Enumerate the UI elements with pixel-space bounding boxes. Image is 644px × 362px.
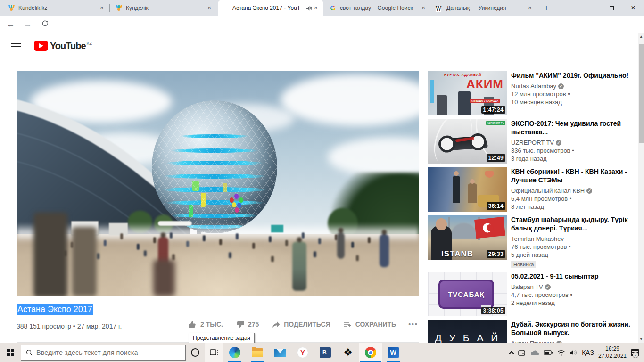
video-duration: 3:38:05 [481,307,505,314]
recommended-videos: НУРТАС АДАМБАЙ АКИМ КИНОДА 7 КАРАША 1:47… [428,71,636,343]
screen-capture-icon[interactable] [518,349,526,356]
browser-toolbar: ← → youtube.com/watch?v=0RVI5KBex8A ☆ ⋮ [0,16,644,33]
window-minimize-button[interactable] [579,0,601,16]
video-thumbnail[interactable]: НУРТАС АДАМБАЙ АКИМ КИНОДА 7 КАРАША 1:47… [428,71,507,115]
tab-title: Астана Экспо 2017 - YouT [232,5,306,11]
video-thumbnail[interactable]: ISTANB 29:33 [428,215,507,260]
tab-wikipedia[interactable]: W Даналық — Уикипедия × [432,0,537,16]
taskbar-word[interactable]: W [382,343,405,362]
taskbar-yandex[interactable]: Y [291,343,314,362]
windows-logo-icon [7,349,14,356]
tab-kundelik[interactable]: Kundelik.kz × [4,0,109,16]
tab-youtube-active[interactable]: Астана Экспо 2017 - YouT × [218,0,323,16]
battery-icon[interactable] [544,350,553,355]
video-thumbnail[interactable]: 36:14 [428,167,507,212]
notification-badge: 2 [632,352,639,358]
browser-tab-strip: Kundelik.kz × Күнделік × Астана Экспо 20… [0,0,644,16]
system-tray: ҚАЗ 16:29 27.02.2021 2 [510,346,644,360]
thumb-text: UZREPORT TV [486,121,505,125]
blurred-person [153,260,175,296]
youtube-play-icon [34,41,48,51]
yandex-icon: Y [297,347,308,358]
recommended-video-item[interactable]: UZREPORT TV 12:49 ЭКСПО-2017: Чем удивил… [428,119,636,164]
scroll-up-icon[interactable]: ▲ [638,34,644,40]
chrome-icon [365,347,376,358]
thumb-text: НУРТАС АДАМБАЙ [444,73,482,76]
taskbar-search-box[interactable] [21,345,186,361]
person [380,234,389,267]
word-icon: W [388,347,399,358]
thumb-text: Д У Б А Й [428,332,507,343]
volume-icon[interactable] [570,349,578,356]
tab-audio-icon[interactable] [306,5,312,11]
video-views: 6,4 млн просмотров • [511,195,636,203]
tab-close-icon[interactable]: × [98,4,106,12]
recommended-video-item[interactable]: ISTANB 29:33 Стамбул шаһарында қыдыру. Т… [428,215,636,268]
recommended-video-item[interactable]: НУРТАС АДАМБАЙ АКИМ КИНОДА 7 КАРАША 1:47… [428,71,636,115]
taskbar-clock[interactable]: 16:29 27.02.2021 [598,346,627,360]
window-restore-button[interactable] [601,0,622,16]
thumb-text: ISTANB [441,249,473,259]
tab-google-search[interactable]: G свот талдау – Google Поиск × [325,0,431,16]
recommended-video-item[interactable]: TVСАБАҚ 3:38:05 05.02.2021 - 9-11 сыныпт… [428,272,636,316]
scroll-down-icon[interactable]: ▼ [638,337,644,342]
thumb-text: КИНОДА 7 КАРАША [470,99,500,103]
video-views: 76 тыс. просмотров • [511,243,636,251]
taskbar-bilimland[interactable]: B. [314,343,337,362]
save-label: СОХРАНИТЬ [355,321,396,328]
tab-close-icon[interactable]: × [312,4,320,12]
scrollbar-thumb[interactable] [639,44,644,143]
mail-icon [274,349,286,357]
onedrive-icon[interactable] [530,350,539,356]
like-button[interactable]: 2 ТЫС. [188,320,223,329]
verified-icon: ✓ [545,284,551,290]
taskbar-chrome[interactable] [359,343,382,362]
channel-name[interactable]: UZREPORT TV [511,139,554,147]
task-view-button[interactable] [205,343,223,362]
tab-kundelik-2[interactable]: Күнделік × [111,0,217,16]
cortana-button[interactable] [186,343,205,362]
window-close-button[interactable]: × [622,0,644,16]
more-actions-button[interactable]: ••• [408,321,418,328]
save-button[interactable]: СОХРАНИТЬ [343,320,396,329]
page-scrollbar[interactable]: ▲ ▼ [638,33,644,343]
taskbar-file-explorer[interactable] [246,343,269,362]
tab-close-icon[interactable]: × [526,4,534,12]
video-thumbnail[interactable]: UZREPORT TV 12:49 [428,119,507,164]
video-player[interactable] [17,71,419,296]
video-age: 8 лет назад [511,203,636,211]
share-button[interactable]: ПОДЕЛИТЬСЯ [271,320,330,329]
taskbar-search-input[interactable] [36,349,181,356]
back-button[interactable]: ← [5,18,17,31]
tab-close-icon[interactable]: × [420,4,427,12]
tab-close-icon[interactable]: × [206,4,213,12]
video-views: 4,7 тыс. просмотров • [511,291,636,299]
wifi-icon[interactable] [557,350,565,356]
start-button[interactable] [0,343,21,362]
video-thumbnail[interactable]: TVСАБАҚ 3:38:05 [428,272,507,316]
taskbar-mail[interactable] [269,343,291,362]
taskbar-edge[interactable] [223,343,246,362]
recommended-video-item[interactable]: 36:14 КВН сборники! - КВН - КВН Казахи -… [428,167,636,212]
new-tab-button[interactable]: + [540,2,553,15]
task-view-icon [210,349,218,356]
taskbar-dropbox[interactable]: ❖ [337,343,359,362]
channel-name[interactable]: Balapan TV [511,283,543,291]
tab-title: Даналық — Уикипедия [446,5,526,11]
hamburger-menu-icon[interactable] [11,43,21,51]
channel-name[interactable]: Temirlan Mukashev [511,235,564,243]
channel-name[interactable]: Nurtas Adambay [511,82,556,90]
action-center-icon[interactable]: 2 [631,349,639,356]
refresh-button[interactable] [39,18,51,31]
dislike-button[interactable]: 275 [235,320,259,329]
tray-expand-icon[interactable] [509,351,514,356]
channel-name[interactable]: Антон Птушкин [511,339,554,343]
youtube-logo[interactable]: YouTube KZ [34,41,92,51]
language-indicator[interactable]: ҚАЗ [582,349,594,356]
recommended-video-item[interactable]: Д У Б А Й Дубай. Экскурсия по богатой жи… [428,320,636,343]
video-thumbnail[interactable]: Д У Б А Й [428,320,507,343]
edge-icon [229,347,240,358]
video-duration: 36:14 [487,202,505,210]
forward-button[interactable]: → [22,18,34,31]
channel-name[interactable]: Официальный канал КВН [511,187,585,195]
